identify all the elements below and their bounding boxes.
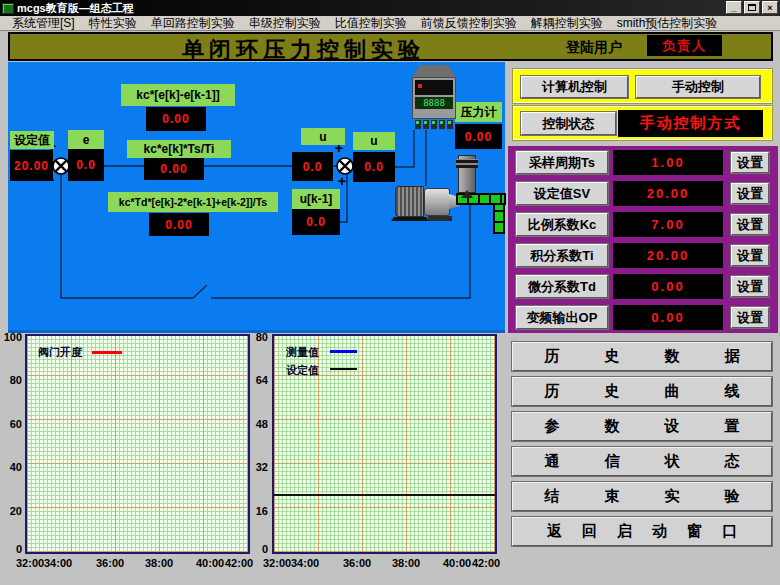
param-value-ts: 1.00 [613, 150, 723, 175]
right-x-tick: 38:00 [392, 557, 420, 569]
menu-decoupling[interactable]: 解耦控制实验 [524, 15, 610, 32]
setpoint-legend-label: 设定值 [286, 363, 319, 378]
menu-system[interactable]: 系统管理[S] [5, 15, 82, 32]
param-label-kc: 比例系数Kc [516, 213, 608, 236]
param-label-ts: 采样周期Ts [516, 151, 608, 174]
computer-control-button[interactable]: 计算机控制 [521, 76, 628, 98]
parameter-setting-button[interactable]: 参数设置 [512, 412, 772, 441]
pressure-sensor-icon [458, 155, 476, 193]
right-y-tick: 32 [248, 461, 268, 473]
left-y-tick: 0 [0, 543, 22, 555]
controller-instrument-icon: 8888 [412, 65, 456, 131]
restore-button[interactable] [744, 1, 760, 14]
pump-base [428, 216, 452, 221]
page-title: 单闭环压力控制实验 [182, 35, 425, 65]
pump-icon [424, 188, 450, 216]
menu-bar: 系统管理[S] 特性实验 单回路控制实验 串级控制实验 比值控制实验 前馈反馈控… [0, 16, 780, 31]
return-start-window-button[interactable]: 返回启动窗口 [512, 517, 772, 546]
setpoint-legend-line [330, 368, 357, 370]
login-user-display: 负责人 [647, 35, 722, 56]
history-data-button[interactable]: 历史数据 [512, 342, 772, 371]
measured-legend-line [330, 350, 357, 353]
left-x-tick: 32:00 [16, 557, 44, 569]
param-set-ts-button[interactable]: 设置 [731, 152, 769, 173]
instrument-display [415, 80, 453, 95]
p-term-label: kc*[e[k]-e[k-1]] [121, 84, 235, 106]
mcgs-window: mcgs教育版—组态工程 _ × 系统管理[S] 特性实验 单回路控制实验 串级… [0, 0, 780, 585]
menu-cascade[interactable]: 串级控制实验 [242, 15, 328, 32]
param-value-kc: 7.00 [613, 212, 723, 237]
param-set-op-button[interactable]: 设置 [731, 307, 769, 328]
left-y-tick: 20 [0, 505, 22, 517]
history-curve-button[interactable]: 历史曲线 [512, 377, 772, 406]
right-x-tick: 40:00 [443, 557, 471, 569]
menu-characteristic[interactable]: 特性实验 [82, 15, 144, 32]
param-label-op: 变频输出OP [516, 306, 608, 329]
instrument-lcd: 8888 [415, 97, 453, 109]
motor-base [391, 217, 429, 221]
u1-value: 0.0 [292, 152, 333, 181]
close-button[interactable]: × [762, 1, 778, 14]
param-value-ti: 20.00 [613, 243, 723, 268]
error-value: 0.0 [68, 149, 104, 181]
restore-icon [748, 4, 756, 11]
pipe-vertical [493, 203, 505, 234]
i-term-value: 0.00 [144, 158, 204, 180]
param-value-op: 0.00 [613, 305, 723, 330]
i-term-label: kc*e[k]*Ts/Ti [127, 140, 231, 158]
param-value-td: 0.00 [613, 274, 723, 299]
param-set-kc-button[interactable]: 设置 [731, 214, 769, 235]
left-y-tick: 80 [0, 374, 22, 386]
param-label-td: 微分系数Td [516, 275, 608, 298]
param-label-ti: 积分系数Ti [516, 244, 608, 267]
process-diagram: + - + + 设定值 20.00 e 0.0 kc*[e[k]-e[k-1]]… [8, 62, 505, 333]
u1-label: u [301, 128, 345, 145]
left-y-tick: 60 [0, 418, 22, 430]
right-x-tick: 42:00 [472, 557, 500, 569]
control-status-display: 手动控制方式 [618, 110, 763, 137]
left-x-tick: 34:00 [44, 557, 72, 569]
setpoint-trend-line [274, 494, 495, 496]
right-y-tick: 80 [248, 331, 268, 343]
setpoint-label: 设定值 [10, 131, 54, 149]
right-y-tick: 64 [248, 374, 268, 386]
motor-icon [395, 186, 424, 217]
u2-label: u [353, 132, 395, 150]
d-term-value: 0.00 [149, 213, 209, 236]
login-user-value: 负责人 [662, 37, 707, 55]
left-y-tick: 40 [0, 461, 22, 473]
right-y-tick: 16 [248, 505, 268, 517]
setpoint-value: 20.00 [10, 150, 53, 181]
right-y-tick: 48 [248, 418, 268, 430]
left-y-tick: 100 [0, 331, 22, 343]
u-prev-value: 0.0 [292, 209, 340, 235]
menu-feedforward[interactable]: 前馈反馈控制实验 [414, 15, 524, 32]
right-x-tick: 34:00 [291, 557, 319, 569]
u-prev-label: u[k-1] [292, 189, 340, 209]
valve-opening-chart [25, 334, 250, 554]
end-experiment-button[interactable]: 结束实验 [512, 482, 772, 511]
error-label: e [68, 130, 104, 149]
param-set-ti-button[interactable]: 设置 [731, 245, 769, 266]
comm-status-button[interactable]: 通信状态 [512, 447, 772, 476]
minimize-button[interactable]: _ [726, 1, 742, 14]
pressure-gauge-label: 压力计 [455, 102, 502, 122]
header-band: 单闭环压力控制实验 登陆用户 负责人 [8, 32, 773, 61]
measured-legend-label: 测量值 [286, 345, 319, 360]
control-status-value: 手动控制方式 [640, 114, 742, 133]
menu-smith[interactable]: smith预估控制实验 [610, 15, 725, 32]
right-x-tick: 32:00 [263, 557, 291, 569]
param-set-td-button[interactable]: 设置 [731, 276, 769, 297]
right-x-tick: 36:00 [343, 557, 371, 569]
manual-control-button[interactable]: 手动控制 [636, 76, 760, 98]
p-term-value: 0.00 [146, 107, 206, 131]
param-set-sv-button[interactable]: 设置 [731, 183, 769, 204]
menu-single-loop[interactable]: 单回路控制实验 [144, 15, 242, 32]
right-y-tick: 0 [248, 543, 268, 555]
left-x-tick: 36:00 [96, 557, 124, 569]
u2-value: 0.0 [353, 152, 395, 182]
menu-ratio[interactable]: 比值控制实验 [328, 15, 414, 32]
login-user-label: 登陆用户 [566, 39, 622, 57]
param-value-sv: 20.00 [613, 181, 723, 206]
left-x-tick: 38:00 [145, 557, 173, 569]
